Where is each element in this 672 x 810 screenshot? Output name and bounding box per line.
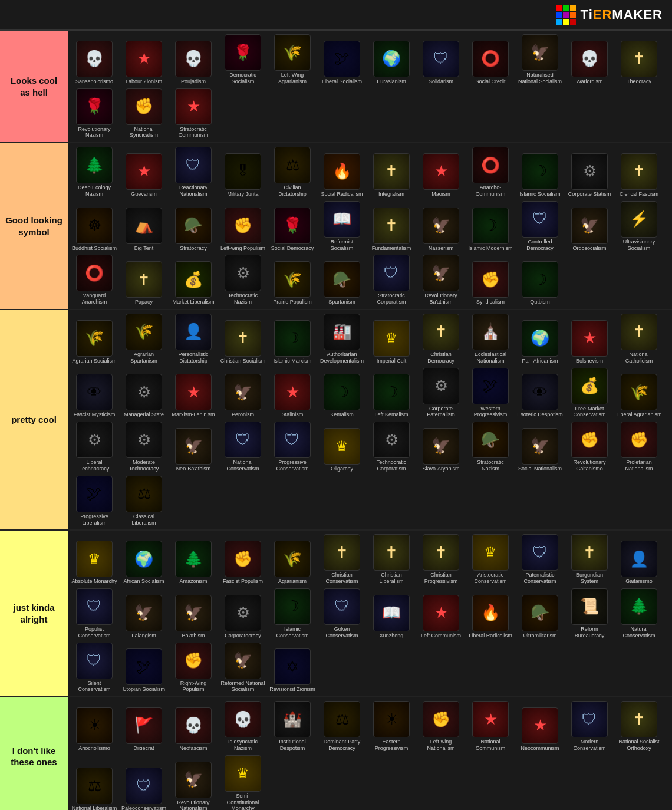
- ideology-item[interactable]: ⚙Corporatocracy: [219, 587, 267, 640]
- ideology-item[interactable]: 🦅Nasserism: [417, 200, 465, 253]
- ideology-item[interactable]: ⛪Ecclesiastical Nationalism: [466, 312, 515, 366]
- ideology-item[interactable]: ☽Islamic Socialism: [516, 146, 564, 199]
- ideology-item[interactable]: ⚙Moderate Technocracy: [120, 420, 168, 473]
- ideology-item[interactable]: ★Stratocratic Communism: [169, 87, 218, 140]
- ideology-item[interactable]: ✝Christian Socialism: [219, 312, 267, 366]
- ideology-item[interactable]: 🛡Reactionary Nationalism: [169, 146, 218, 199]
- ideology-item[interactable]: 🌾Agrarian Socialism: [70, 312, 118, 366]
- ideology-item[interactable]: 🛡Populist Conservatism: [70, 587, 118, 640]
- ideology-item[interactable]: ☽Islamic Conservatism: [268, 587, 317, 640]
- ideology-item[interactable]: 🌲Amazonism: [169, 533, 218, 586]
- ideology-item[interactable]: ✡Revisionist Zionism: [268, 641, 317, 694]
- ideology-item[interactable]: 🛡Paternalistic Conservatism: [516, 533, 564, 586]
- ideology-item[interactable]: ⚖National Liberalism: [70, 754, 118, 810]
- ideology-item[interactable]: 🌾Liberal Agrarianism: [615, 367, 663, 420]
- ideology-item[interactable]: ★Maoism: [417, 146, 465, 199]
- ideology-item[interactable]: 🪖Spartanism: [318, 253, 366, 307]
- ideology-item[interactable]: 🦅Naturalised National Socialism: [516, 33, 564, 86]
- ideology-item[interactable]: 🦅Peronism: [219, 367, 267, 420]
- ideology-item[interactable]: 🕊Western Progressivism: [466, 367, 515, 420]
- ideology-item[interactable]: ⚙Technocratic Nazism: [219, 253, 267, 307]
- ideology-item[interactable]: ✝Fundamentalism: [367, 200, 416, 253]
- ideology-item[interactable]: 🪖Stratocratic Nazism: [466, 420, 515, 473]
- ideology-item[interactable]: 🚩Dixiecrat: [120, 700, 168, 753]
- ideology-item[interactable]: ✝Christian Democracy: [417, 312, 465, 366]
- ideology-item[interactable]: 🌹Revolutionary Nazism: [70, 87, 118, 140]
- ideology-item[interactable]: 🎖Military Junta: [219, 146, 267, 199]
- ideology-item[interactable]: ✊Left-wing Populism: [219, 200, 267, 253]
- ideology-item[interactable]: 🛡Solidarism: [417, 33, 465, 86]
- ideology-item[interactable]: 🌹Social Democracy: [268, 200, 317, 253]
- ideology-item[interactable]: 💀Idiosyncratic Nazism: [219, 700, 267, 753]
- ideology-item[interactable]: 🛡Progressive Conservatism: [268, 420, 317, 473]
- ideology-item[interactable]: ✝Christian Liberalism: [367, 533, 416, 586]
- ideology-item[interactable]: ★Neocommunism: [516, 700, 564, 753]
- ideology-item[interactable]: ☀Eastern Progressivism: [367, 700, 416, 753]
- ideology-item[interactable]: ⭕Vanguard Anarchism: [70, 253, 118, 307]
- ideology-item[interactable]: 👁Fascist Mysticism: [70, 367, 118, 420]
- ideology-item[interactable]: 🏭Authoritarian Developmentalism: [318, 312, 366, 366]
- ideology-item[interactable]: 👁Esoteric Despotism: [516, 367, 564, 420]
- ideology-item[interactable]: 🌲Deep Ecology Nazism: [70, 146, 118, 199]
- ideology-item[interactable]: 📜Reform Bureaucracy: [565, 587, 614, 640]
- ideology-item[interactable]: 🦅Neo-Ba'athism: [169, 420, 218, 473]
- ideology-item[interactable]: 🦅Reformed National Socialism: [219, 641, 267, 694]
- ideology-item[interactable]: 🦅Ordosocialism: [565, 200, 614, 253]
- ideology-item[interactable]: ♛Absolute Monarchy: [70, 533, 118, 586]
- ideology-item[interactable]: 🦅Revolutionary Nationalism: [169, 754, 218, 810]
- ideology-item[interactable]: ✝Papacy: [120, 253, 168, 307]
- ideology-item[interactable]: 🕊Progressive Liberalism: [70, 475, 118, 528]
- ideology-item[interactable]: ⛺Big Tent: [120, 200, 168, 253]
- ideology-item[interactable]: 💀Warlordism: [565, 33, 614, 86]
- ideology-item[interactable]: ✊Proletarian Nationalism: [615, 420, 663, 473]
- ideology-item[interactable]: 🕊Liberal Socialism: [318, 33, 366, 86]
- ideology-item[interactable]: 🏰Institutional Despotism: [268, 700, 317, 753]
- ideology-item[interactable]: ⚙Technocratic Corporatism: [367, 420, 416, 473]
- ideology-item[interactable]: 🌲Natural Conservatism: [615, 587, 663, 640]
- ideology-item[interactable]: ★Left Communism: [417, 587, 465, 640]
- ideology-item[interactable]: ⚙Corporate Paternalism: [417, 367, 465, 420]
- ideology-item[interactable]: 💰Free-Market Conservatism: [565, 367, 614, 420]
- ideology-item[interactable]: ⚙Managerial State: [120, 367, 168, 420]
- ideology-item[interactable]: 📖Reformist Socialism: [318, 200, 366, 253]
- ideology-item[interactable]: ☽Islamic Modernism: [466, 200, 515, 253]
- ideology-item[interactable]: ⚖Dominant-Party Democracy: [318, 700, 366, 753]
- ideology-item[interactable]: 💀Neofascism: [169, 700, 218, 753]
- ideology-item[interactable]: ☽Kemalism: [318, 367, 366, 420]
- ideology-item[interactable]: ☸Buddhist Socialism: [70, 200, 118, 253]
- ideology-item[interactable]: 🌹Democratic Socialism: [219, 33, 267, 86]
- ideology-item[interactable]: ★National Communism: [466, 700, 515, 753]
- ideology-item[interactable]: ★Guevarism: [120, 146, 168, 199]
- ideology-item[interactable]: ♛Imperial Cult: [367, 312, 416, 366]
- ideology-item[interactable]: 🌾Agrarian Spartanism: [120, 312, 168, 366]
- ideology-item[interactable]: ✝Theocracy: [615, 33, 663, 86]
- ideology-item[interactable]: ★Marxism-Leninism: [169, 367, 218, 420]
- ideology-item[interactable]: 🦅Slavo-Aryanism: [417, 420, 465, 473]
- ideology-item[interactable]: ⭕Anarcho-Communism: [466, 146, 515, 199]
- ideology-item[interactable]: 🔥Liberal Radicalism: [466, 587, 515, 640]
- ideology-item[interactable]: ♛Oligarchy: [318, 420, 366, 473]
- ideology-item[interactable]: 🌾Agrarianism: [268, 533, 317, 586]
- ideology-item[interactable]: 🔥Social Radicalism: [318, 146, 366, 199]
- ideology-item[interactable]: ★Bolshevism: [565, 312, 614, 366]
- ideology-item[interactable]: ✝Christian Conservatism: [318, 533, 366, 586]
- ideology-item[interactable]: 🪖Ultramilitarism: [516, 587, 564, 640]
- ideology-item[interactable]: 💰Market Liberalism: [169, 253, 218, 307]
- ideology-item[interactable]: ♛Semi-Constitutional Monarchy: [219, 754, 267, 810]
- ideology-item[interactable]: ✝Burgundian System: [565, 533, 614, 586]
- ideology-item[interactable]: 🦅Revolutionary Ba'athism: [417, 253, 465, 307]
- ideology-item[interactable]: ✊Right-Wing Populism: [169, 641, 218, 694]
- ideology-item[interactable]: 🦅Falangism: [120, 587, 168, 640]
- ideology-item[interactable]: 🪖Stratocracy: [169, 200, 218, 253]
- ideology-item[interactable]: ⚖Classical Liberalism: [120, 475, 168, 528]
- ideology-item[interactable]: ☽Qutbism: [516, 253, 564, 307]
- ideology-item[interactable]: ✊Fascist Populism: [219, 533, 267, 586]
- ideology-item[interactable]: 💀Poujadism: [169, 33, 218, 86]
- ideology-item[interactable]: ✝National Socialist Orthodoxy: [615, 700, 663, 753]
- ideology-item[interactable]: ★Labour Zionism: [120, 33, 168, 86]
- ideology-item[interactable]: ✝Integralism: [367, 146, 416, 199]
- ideology-item[interactable]: ✝Clerical Fascism: [615, 146, 663, 199]
- ideology-item[interactable]: ✝Christian Progressivism: [417, 533, 465, 586]
- ideology-item[interactable]: ☽Left Kemalism: [367, 367, 416, 420]
- ideology-item[interactable]: 🛡Stratocratic Corporatism: [367, 253, 416, 307]
